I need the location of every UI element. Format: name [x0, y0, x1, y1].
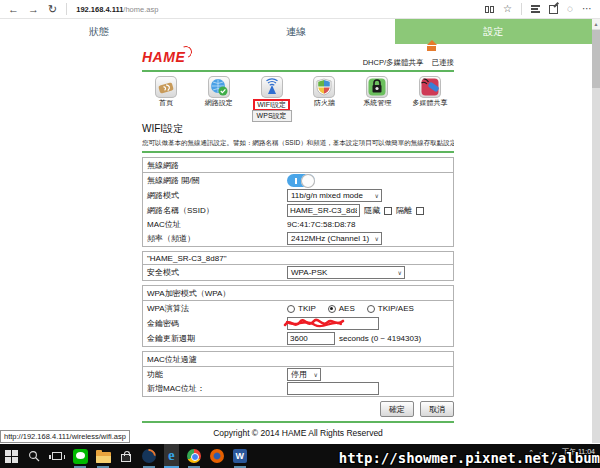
scroll-up-arrow-icon[interactable]: ▲: [592, 19, 600, 29]
wpa-algorithm-row: WPA演算法 TKIP AES TKIP/AES: [143, 301, 453, 316]
reading-view-icon[interactable]: [485, 6, 494, 13]
field-label: MAC位址: [147, 219, 287, 230]
back-icon[interactable]: ←: [8, 4, 19, 15]
field-label: 安全模式: [147, 267, 287, 278]
task-view-icon: [52, 452, 62, 460]
home-icon[interactable]: [427, 43, 436, 51]
security-mode-select[interactable]: WPA-PSK: [287, 266, 405, 279]
frequency-row: 頻率（頻道） 2412MHz (Channel 1): [143, 231, 453, 246]
radio-tkip-aes[interactable]: [367, 305, 375, 313]
nav-label: 防火牆: [314, 99, 335, 107]
tab-settings[interactable]: 設定: [395, 19, 592, 44]
wps-settings-button[interactable]: WPS設定: [252, 110, 292, 122]
dhcp-mode-label: DHCP/多媒體共享: [363, 58, 424, 67]
url-host: 192.168.4.111: [76, 5, 123, 14]
isolate-checkbox[interactable]: [416, 207, 424, 215]
nav-item-media[interactable]: 多媒體共享: [406, 76, 454, 110]
network-settings-icon: [208, 76, 230, 98]
filter-function-row: 功能 停用: [143, 367, 453, 381]
section-header: MAC位址過濾: [143, 352, 453, 367]
nav-label: 網路設定: [205, 99, 233, 107]
more-options-icon[interactable]: ⋯: [582, 4, 592, 14]
tab-status[interactable]: 狀態: [0, 19, 197, 44]
wireless-section: 無線網路 無線網路 開/關 網路模式 11b/g/n mixed mode 網路…: [142, 157, 454, 247]
taskbar-app-browser2[interactable]: [141, 448, 157, 464]
address-bar[interactable]: 192.168.4.111/home.asp: [76, 5, 158, 14]
channel-select[interactable]: 2412MHz (Channel 1): [287, 232, 382, 245]
favorites-star-icon[interactable]: ☆: [503, 4, 512, 14]
green-divider: [142, 151, 454, 153]
radio-aes-label: AES: [339, 304, 355, 313]
task-view-button[interactable]: [49, 448, 65, 464]
isolate-label: 隔離: [396, 205, 412, 216]
hidden-checkbox[interactable]: [384, 207, 392, 215]
wpa-section: WPA加密模式（WPA） WPA演算法 TKIP AES TKIP/AES 金鑰…: [142, 285, 454, 347]
nav-item-network[interactable]: 網路設定: [195, 76, 243, 110]
green-divider: [142, 70, 454, 72]
firewall-shield-icon: [313, 76, 335, 98]
wifi-settings-icon: [261, 76, 283, 98]
page-scrollbar[interactable]: ▲: [592, 19, 600, 443]
cancel-button[interactable]: 取消: [420, 401, 454, 417]
web-note-icon[interactable]: [549, 5, 558, 14]
page-viewport: 狀態 連線 設定 HAME DHCP/多媒體共享已連接 首頁 網路設定: [0, 19, 592, 443]
radio-tkip[interactable]: [287, 305, 295, 313]
copyright-text: Copyright © 2014 HAME All Rights Reserve…: [142, 428, 454, 438]
wifi-on-off-toggle[interactable]: [287, 174, 315, 187]
line-app-icon: [73, 449, 88, 464]
field-label: 金鑰更新週期: [147, 333, 287, 344]
page-title: WIFI設定: [142, 122, 454, 136]
nav-item-system[interactable]: 系統管理: [353, 76, 401, 110]
taskbar-app-word[interactable]: W: [232, 448, 248, 464]
key-renewal-input[interactable]: [287, 332, 335, 345]
scrollbar-thumb[interactable]: [592, 30, 600, 88]
filter-function-select[interactable]: 停用: [287, 368, 321, 381]
forward-icon[interactable]: →: [28, 4, 39, 15]
nav-item-home[interactable]: 首頁: [142, 76, 190, 110]
file-explorer-icon: [96, 452, 111, 463]
mac-address-value: 9C:41:7C:58:D8:78: [287, 220, 356, 229]
chrome-icon: [187, 449, 201, 463]
share-icon[interactable]: ◌: [567, 4, 573, 14]
browser-actions: ☆ ◌ ⋯: [485, 3, 592, 15]
firefox-icon: [210, 449, 224, 463]
refresh-icon[interactable]: ↻: [48, 4, 57, 15]
store-bag-icon: [121, 454, 131, 462]
taskbar-app-store[interactable]: [118, 448, 134, 464]
start-button[interactable]: [3, 448, 19, 464]
wifi-switch-row: 無線網路 開/關: [143, 173, 453, 188]
word-icon: W: [233, 449, 247, 463]
radio-aes[interactable]: [328, 305, 336, 313]
nav-item-firewall[interactable]: 防火牆: [300, 76, 348, 110]
page-description: 您可以做基本的無線通訊設定。譬如：網路名稱（SSID）和頻道，基本設定項目可以做…: [142, 139, 454, 148]
watermark-text: http://showmer.pixnet.net/album: [339, 450, 600, 466]
brand-row: HAME DHCP/多媒體共享已連接: [142, 47, 454, 69]
toggle-knob: [301, 174, 315, 188]
divider: [521, 3, 522, 15]
security-mode-row: 安全模式 WPA-PSK: [143, 265, 453, 280]
field-label: 功能: [147, 369, 287, 380]
tab-connection[interactable]: 連線: [197, 19, 394, 44]
section-header: "HAME_SR-C3_8d87": [143, 252, 453, 265]
ssid-input[interactable]: [287, 204, 360, 217]
search-button[interactable]: [26, 448, 42, 464]
taskbar-app-edge-active[interactable]: e: [164, 444, 179, 468]
ok-button[interactable]: 確定: [380, 401, 414, 417]
nav-item-wifi[interactable]: WIFI設定 WPS設定: [248, 76, 296, 110]
taskbar-app-line[interactable]: [72, 448, 88, 464]
key-renewal-row: 金鑰更新週期 seconds (0 ~ 4194303): [143, 331, 453, 346]
edge-icon: e: [168, 448, 175, 463]
network-mode-row: 網路模式 11b/g/n mixed mode: [143, 188, 453, 203]
taskbar-app-chrome[interactable]: [186, 448, 202, 464]
add-mac-input[interactable]: [287, 382, 379, 395]
taskbar-app-firefox[interactable]: [209, 448, 225, 464]
hub-icon[interactable]: [531, 5, 540, 13]
taskbar-app-explorer[interactable]: [95, 448, 111, 464]
network-mode-select[interactable]: 11b/g/n mixed mode: [287, 189, 382, 202]
security-section: "HAME_SR-C3_8d87" 安全模式 WPA-PSK: [142, 251, 454, 281]
system-admin-lock-icon: [366, 76, 388, 98]
field-label: 網路模式: [147, 190, 287, 201]
media-share-icon: [419, 76, 441, 98]
radio-tkip-label: TKIP: [298, 304, 316, 313]
key-password-input[interactable]: [287, 317, 379, 330]
